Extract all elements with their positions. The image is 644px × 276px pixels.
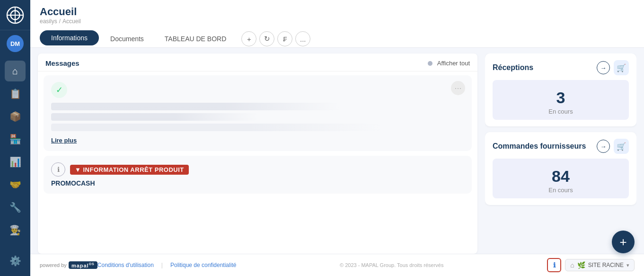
footer-separator: |	[161, 262, 163, 268]
mapal-logo: powered by mapalOS	[40, 261, 97, 269]
commandes-stat-box: 84 En cours	[493, 159, 629, 198]
sidebar: DM ⌂ 📋 📦 🏪 📊 🤝 🔧 👨‍🍳 ⚙️	[0, 0, 30, 276]
footer: powered by mapalOS Conditions d'utilisat…	[30, 254, 644, 276]
politique-link[interactable]: Politique de confidentialité	[170, 262, 236, 268]
blurred-text-1	[51, 103, 340, 110]
breadcrumb-easilys[interactable]: easilys	[40, 18, 57, 25]
receptions-cart-icon: 🛒	[614, 60, 629, 75]
sidebar-nav: ⌂ 📋 📦 🏪 📊 🤝 🔧 👨‍🍳	[5, 57, 26, 250]
messages-list: ✓ Lire plus ··· ℹ ▼ INFORMATION ARRÊT PR…	[38, 71, 477, 254]
add-tab-button[interactable]: +	[241, 31, 256, 46]
message-card-1: ✓ Lire plus ···	[44, 75, 472, 151]
lire-plus-link[interactable]: Lire plus	[51, 137, 77, 144]
avatar[interactable]: DM	[7, 35, 24, 52]
right-panel: Réceptions → 🛒 3 En cours Commandes f	[485, 53, 636, 254]
sidebar-item-reports[interactable]: 📊	[5, 151, 26, 172]
sidebar-bottom: ⚙️	[5, 250, 26, 276]
commandes-count: 84	[493, 167, 629, 186]
sidebar-logo[interactable]	[0, 0, 30, 30]
conditions-link[interactable]: Conditions d'utilisation	[97, 262, 154, 268]
more-button[interactable]: ...	[295, 31, 310, 46]
site-label: SITE RACINE	[588, 262, 624, 268]
messages-header: Messages Afficher tout	[38, 53, 477, 71]
alert-badge: ▼ INFORMATION ARRÊT PRODUIT	[70, 165, 189, 175]
page-title: Accueil	[40, 6, 635, 18]
sidebar-bottom-logo[interactable]: ⚙️	[5, 250, 26, 271]
sidebar-item-chef[interactable]: 👨‍🍳	[5, 220, 26, 240]
sidebar-item-orders[interactable]: 📋	[5, 83, 26, 104]
receptions-widget: Réceptions → 🛒 3 En cours	[485, 53, 636, 126]
chevron-down-icon: ▾	[626, 262, 629, 268]
commandes-status: En cours	[493, 187, 629, 194]
sidebar-item-store[interactable]: 🏪	[5, 129, 26, 150]
tab-informations[interactable]: Informations	[40, 30, 99, 45]
alert-card: ℹ ▼ INFORMATION ARRÊT PRODUIT PROMOCASH	[44, 156, 472, 194]
powered-by-label: powered by	[40, 262, 67, 268]
alert-header: ℹ ▼ INFORMATION ARRÊT PRODUIT	[51, 162, 464, 177]
site-badge[interactable]: ⌂ 🌿 SITE RACINE ▾	[565, 259, 635, 271]
breadcrumb-accueil[interactable]: Accueil	[62, 18, 81, 25]
breadcrumb: easilys / Accueil	[40, 18, 635, 25]
message-dots-button[interactable]: ···	[451, 81, 465, 95]
sidebar-item-suppliers[interactable]: 🤝	[5, 174, 26, 195]
receptions-arrow-button[interactable]: →	[597, 61, 610, 74]
messages-panel: Messages Afficher tout ✓ Lire plus ···	[38, 53, 477, 254]
tree-icon: 🌿	[577, 261, 585, 269]
main-content: Accueil easilys / Accueil Informations D…	[30, 0, 644, 276]
home-icon: ⌂	[570, 261, 574, 269]
body-area: Messages Afficher tout ✓ Lire plus ···	[30, 48, 644, 254]
commandes-title: Commandes fournisseurs	[493, 142, 586, 151]
receptions-stat-box: 3 En cours	[493, 80, 629, 120]
sidebar-item-inventory[interactable]: 📦	[5, 106, 26, 127]
tab-tableau-de-bord[interactable]: TABLEAU DE BORD	[155, 31, 236, 46]
blurred-text-2	[51, 113, 258, 121]
commandes-header-icons: → 🛒	[597, 139, 629, 154]
footer-copyright: © 2023 - MAPAL Group. Tous droits réserv…	[236, 262, 547, 268]
commandes-widget-header: Commandes fournisseurs → 🛒	[493, 139, 629, 154]
receptions-widget-header: Réceptions → 🛒	[493, 60, 629, 75]
commandes-cart-icon: 🛒	[614, 139, 629, 154]
currency-button[interactable]: ₣	[277, 31, 292, 46]
receptions-status: En cours	[493, 108, 629, 115]
footer-right: ℹ ⌂ 🌿 SITE RACINE ▾	[547, 258, 635, 272]
blurred-text-3	[51, 124, 381, 131]
footer-links: Conditions d'utilisation | Politique de …	[97, 262, 237, 268]
commandes-arrow-button[interactable]: →	[597, 140, 610, 153]
check-icon: ✓	[51, 82, 67, 98]
afficher-tout-link[interactable]: Afficher tout	[437, 60, 470, 67]
fab-button[interactable]: +	[612, 231, 635, 253]
info-button[interactable]: ℹ	[547, 258, 561, 272]
top-header: Accueil easilys / Accueil Informations D…	[30, 0, 644, 48]
tab-documents[interactable]: Documents	[101, 31, 153, 46]
mapal-badge: mapalOS	[69, 261, 97, 269]
receptions-count: 3	[493, 89, 629, 107]
app-wrapper: DM ⌂ 📋 📦 🏪 📊 🤝 🔧 👨‍🍳 ⚙️ Accueil easilys …	[0, 0, 644, 276]
refresh-button[interactable]: ↻	[259, 31, 274, 46]
sidebar-item-tools[interactable]: 🔧	[5, 197, 26, 218]
sidebar-item-home[interactable]: ⌂	[5, 61, 26, 81]
messages-title: Messages	[45, 59, 79, 67]
receptions-title: Réceptions	[493, 63, 533, 72]
tab-bar: Informations Documents TABLEAU DE BORD +…	[40, 28, 635, 47]
page-title-row: Accueil easilys / Accueil	[40, 6, 635, 25]
status-dot	[428, 61, 432, 66]
alert-company: PROMOCASH	[51, 179, 464, 187]
breadcrumb-sep1: /	[59, 18, 61, 25]
commandes-widget: Commandes fournisseurs → 🛒 84 En cours	[485, 132, 636, 205]
messages-header-right: Afficher tout	[428, 60, 470, 67]
tab-actions: + ↻ ₣ ...	[241, 31, 310, 46]
info-icon: ℹ	[51, 162, 65, 177]
receptions-header-icons: → 🛒	[597, 60, 629, 75]
